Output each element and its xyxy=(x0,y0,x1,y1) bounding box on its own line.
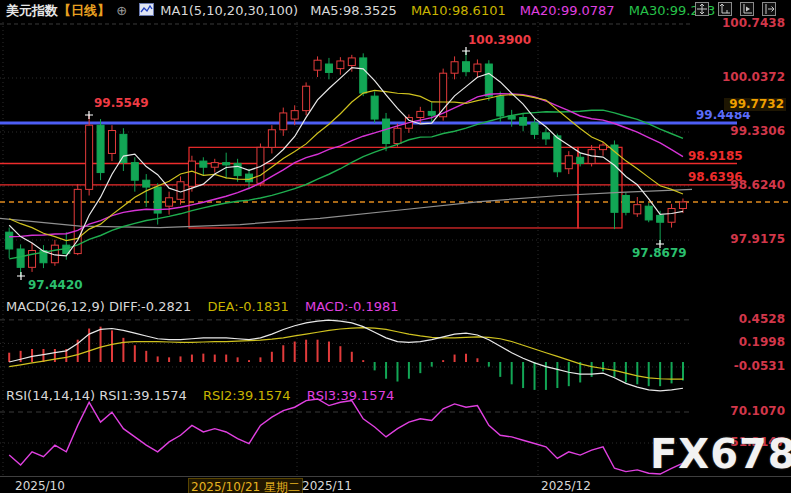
macd-value: MACD:-0.1981 xyxy=(305,299,399,314)
y-axis-label: 97.9175 xyxy=(730,233,785,246)
y-axis-label: 99.3306 xyxy=(730,125,785,138)
ma5-value: MA5:98.3525 xyxy=(310,3,397,18)
ma-params-label: MA1(5,10,20,30,100) xyxy=(160,3,298,18)
annotation-marker xyxy=(462,47,470,55)
ma20-value: MA20:99.0787 xyxy=(520,3,615,18)
annotation-marker xyxy=(85,111,93,119)
macd-dea-value: DEA:-0.1831 xyxy=(207,299,288,314)
y-axis-highlight-label: 99.7732 xyxy=(723,97,787,112)
rsi3-value: RSI3:39.1574 xyxy=(307,388,395,403)
x-label-2025-11: 2025/11 xyxy=(302,479,352,493)
time-axis: 2025/10 2025/10/21 星期二 2025/11 2025/12 xyxy=(0,476,791,493)
annotation-marker xyxy=(17,272,25,280)
macd-axis-label: 0.4528 xyxy=(739,313,785,326)
rsi-axis-label: 70.1070 xyxy=(730,405,785,418)
axis-play-icon[interactable] xyxy=(740,2,754,19)
axis-scale-icon[interactable] xyxy=(718,2,732,19)
rsi-indicator-row: RSI(14,14,14) RSI1:39.1574 RSI2:39.1574 … xyxy=(6,388,394,403)
price-annotation: 99.5549 xyxy=(94,97,149,110)
ma10-value: MA10:98.6101 xyxy=(411,3,506,18)
x-label-2025-12: 2025/12 xyxy=(541,479,591,493)
macd-axis-label: 0.1998 xyxy=(739,336,785,349)
title-bar: 美元指数【日线】 ⊕ MA1(5,10,20,30,100) MA5:98.35… xyxy=(0,0,791,20)
period-label: 【日线】 xyxy=(58,3,110,18)
x-label-2025-10: 2025/10 xyxy=(15,479,65,493)
price-line-tag: 98.9185 xyxy=(688,150,734,163)
add-indicator-icon[interactable]: ⊕ xyxy=(116,3,127,18)
symbol-name: 美元指数 xyxy=(6,3,58,18)
macd-axis-label: -0.0531 xyxy=(734,360,785,373)
watermark: FX678 xyxy=(650,431,791,477)
shift-right-icon[interactable] xyxy=(762,2,776,19)
x-label-selected-date: 2025/10/21 星期二 xyxy=(188,478,303,493)
toolbar-icons xyxy=(691,3,775,18)
macd-diff-value: DIFF:-0.2821 xyxy=(109,299,191,314)
rsi-params: RSI(14,14,14) xyxy=(6,388,95,403)
mini-chart-icon[interactable] xyxy=(139,3,154,19)
rsi2-value: RSI2:39.1574 xyxy=(203,388,291,403)
price-annotation: 97.8679 xyxy=(632,247,687,260)
y-axis-label: 100.0372 xyxy=(722,71,785,84)
price-annotation: 100.3900 xyxy=(468,34,531,47)
rsi1-value: RSI1:39.1574 xyxy=(99,388,187,403)
trading-chart-window: 美元指数【日线】 ⊕ MA1(5,10,20,30,100) MA5:98.35… xyxy=(0,0,791,493)
price-line-tag: 98.6396 xyxy=(688,171,734,184)
macd-params: MACD(26,12,9) xyxy=(6,299,105,314)
price-annotation: 97.4420 xyxy=(28,279,83,292)
pan-icon[interactable] xyxy=(695,2,709,19)
macd-indicator-row: MACD(26,12,9) DIFF:-0.2821 DEA:-0.1831 M… xyxy=(6,299,399,314)
